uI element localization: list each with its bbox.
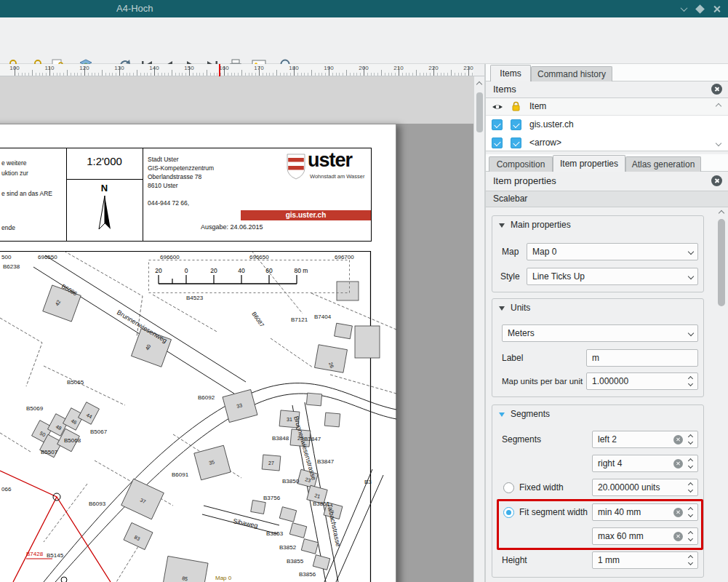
map-label: 696550 <box>38 254 57 260</box>
map-label: B4523 <box>186 295 204 301</box>
ruler-tick-label: 220 <box>428 65 438 71</box>
spin-buttons[interactable] <box>685 373 697 389</box>
ruler-tick-label: 100 <box>9 65 19 71</box>
maximize-icon <box>695 4 705 14</box>
clear-icon[interactable] <box>673 459 683 469</box>
map-label: B3852 <box>279 544 297 551</box>
map-label: B5069 <box>26 405 44 412</box>
spin-buttons[interactable] <box>685 455 697 471</box>
shade-window-button[interactable] <box>677 2 690 15</box>
spin-buttons[interactable] <box>685 552 697 568</box>
segments-right-spinbox[interactable]: right 4 <box>592 455 698 472</box>
ruler-tick-label: 110 <box>45 65 55 71</box>
map-label: Map 0 <box>215 575 232 581</box>
spin-buttons[interactable] <box>685 479 697 495</box>
item-row-scalebar[interactable]: gis.uster.ch <box>486 116 728 134</box>
fixed-width-radio[interactable] <box>503 482 514 493</box>
items-tree[interactable]: Item gis.uster.ch <arrow> <box>486 97 728 151</box>
scalebar-number: 20 <box>155 267 162 274</box>
ruler-tick-label: 160 <box>219 65 228 71</box>
tab-command-history[interactable]: Command history <box>531 66 612 81</box>
scalebar-ticks <box>159 275 297 284</box>
gis-uster-banner[interactable]: gis.uster.ch <box>241 210 371 220</box>
ruler-tick-label: 190 <box>324 65 333 71</box>
map-combobox[interactable]: Map 0 <box>527 243 698 260</box>
close-items-dock-button[interactable] <box>711 84 722 95</box>
scrollbar-thumb[interactable] <box>718 219 725 306</box>
item-column-header[interactable]: Item <box>529 101 546 111</box>
tab-composition[interactable]: Composition <box>489 156 553 172</box>
map-label: 696700 <box>335 254 354 260</box>
ruler-tick-label: 180 <box>289 65 298 71</box>
header-border <box>0 241 372 242</box>
ruler-tick-label: 140 <box>149 65 159 71</box>
map-label: 27 <box>268 461 274 466</box>
tree-scroll-down-icon[interactable] <box>716 140 721 146</box>
tab-items[interactable]: Items <box>490 65 531 81</box>
right-dock-panel: Items Command history Items Item gis.ust… <box>486 64 728 582</box>
horizontal-ruler: 1001101201301401501601701801902002102202… <box>0 64 473 76</box>
item-row-arrow[interactable]: <arrow> <box>486 134 728 152</box>
canvas-vertical-scrollbar[interactable] <box>473 76 484 582</box>
item-label[interactable]: gis.uster.ch <box>529 119 574 129</box>
map-label: B6087 <box>250 311 265 329</box>
visibility-checkbox[interactable] <box>492 119 503 130</box>
scroll-up-icon[interactable] <box>476 81 482 87</box>
map-label: B7404 <box>314 314 332 320</box>
visibility-checkbox[interactable] <box>492 137 503 148</box>
scalebar-item[interactable]: 20020406080 m <box>149 260 350 293</box>
group-title: Segments <box>511 409 550 419</box>
style-label: Style <box>500 268 520 285</box>
map-label: B7121 <box>291 316 308 323</box>
lock-checkbox[interactable] <box>511 137 521 148</box>
map-label: B6091 <box>172 471 189 478</box>
spin-buttons[interactable] <box>685 431 697 447</box>
north-arrow-icon <box>92 194 117 235</box>
close-properties-dock-button[interactable] <box>711 175 722 186</box>
map-item[interactable]: 500696550696600696650696700B6238B6086B45… <box>0 251 396 582</box>
label-label: Label <box>502 349 523 367</box>
window-title: A4-Hoch <box>116 3 153 14</box>
map-label: 696600 <box>160 254 180 260</box>
chevron-down-icon <box>688 330 694 336</box>
item-label[interactable]: <arrow> <box>529 137 561 148</box>
style-combobox[interactable]: Line Ticks Up <box>527 268 698 285</box>
selection-frame[interactable] <box>149 260 350 293</box>
collapse-arrow-icon[interactable] <box>499 412 505 417</box>
panel-vertical-scrollbar[interactable] <box>715 207 728 582</box>
map-units-per-bar-unit-spinbox[interactable]: 1.000000 <box>586 372 698 390</box>
survey-point <box>61 577 67 582</box>
clear-icon[interactable] <box>673 435 683 445</box>
lock-column-icon[interactable] <box>511 100 521 114</box>
composition-canvas[interactable]: e weitereuktion zure sind an das AREende… <box>0 76 473 582</box>
collapse-arrow-icon[interactable] <box>499 306 505 311</box>
ruler-tick-label: 130 <box>114 65 124 71</box>
maximize-button[interactable] <box>693 2 706 15</box>
ruler-tick-label: 230 <box>463 65 473 71</box>
fixed-width-spinbox[interactable]: 20.000000 units <box>592 479 698 496</box>
map-label: B5065 <box>67 379 84 386</box>
map-label: B6093 <box>89 501 106 507</box>
map-label: B5068 <box>64 437 81 444</box>
annotation-highlight <box>497 499 703 550</box>
tree-scroll-up-icon[interactable] <box>716 103 721 109</box>
map-units-per-bar-unit-label: Map units per bar unit <box>502 372 583 390</box>
header-border <box>0 148 372 148</box>
scroll-up-icon[interactable] <box>719 210 724 216</box>
group-title: Units <box>511 303 530 313</box>
visibility-column-icon[interactable] <box>492 101 503 115</box>
buildings <box>32 282 380 582</box>
height-spinbox[interactable]: 1 mm <box>592 551 698 569</box>
ruler-tick-label: 210 <box>393 65 403 71</box>
segments-left-spinbox[interactable]: left 2 <box>592 431 698 448</box>
scrollbar-thumb[interactable] <box>476 92 483 132</box>
tab-atlas-generation[interactable]: Atlas generation <box>625 156 701 172</box>
ruler-tick-label: 200 <box>359 65 368 71</box>
lock-checkbox[interactable] <box>511 119 521 130</box>
collapse-arrow-icon[interactable] <box>499 223 505 228</box>
close-window-button[interactable] <box>710 2 723 15</box>
unit-label-input[interactable]: m <box>586 349 698 367</box>
units-combobox[interactable]: Meters <box>502 324 698 342</box>
header-border <box>143 148 143 241</box>
tab-item-properties[interactable]: Item properties <box>553 155 625 172</box>
